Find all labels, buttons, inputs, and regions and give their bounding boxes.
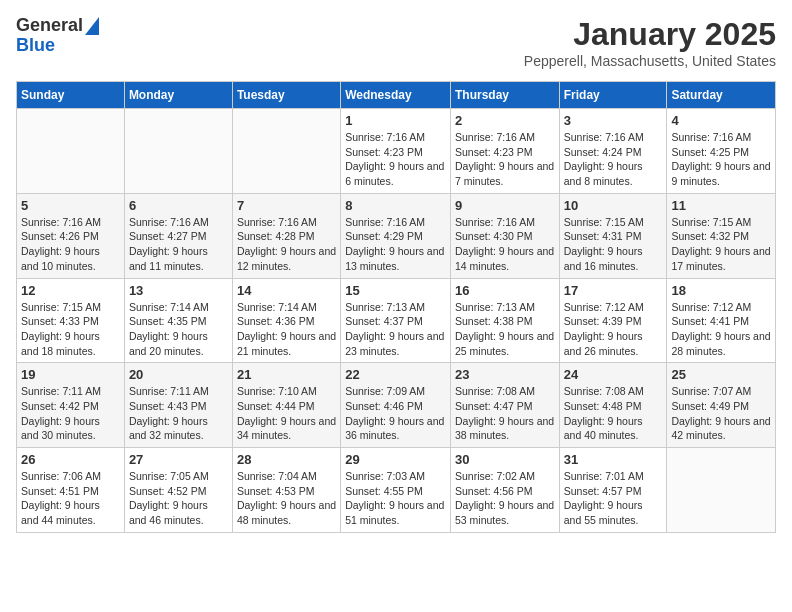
day-number: 30: [455, 452, 555, 467]
day-number: 24: [564, 367, 663, 382]
day-info: Sunrise: 7:16 AM Sunset: 4:28 PM Dayligh…: [237, 215, 336, 274]
calendar-cell: 4Sunrise: 7:16 AM Sunset: 4:25 PM Daylig…: [667, 109, 776, 194]
day-number: 23: [455, 367, 555, 382]
day-info: Sunrise: 7:09 AM Sunset: 4:46 PM Dayligh…: [345, 384, 446, 443]
day-info: Sunrise: 7:06 AM Sunset: 4:51 PM Dayligh…: [21, 469, 120, 528]
day-number: 20: [129, 367, 228, 382]
day-info: Sunrise: 7:15 AM Sunset: 4:31 PM Dayligh…: [564, 215, 663, 274]
day-number: 15: [345, 283, 446, 298]
page-header: General Blue January 2025 Pepperell, Mas…: [16, 16, 776, 69]
calendar-cell: [232, 109, 340, 194]
day-info: Sunrise: 7:16 AM Sunset: 4:27 PM Dayligh…: [129, 215, 228, 274]
day-info: Sunrise: 7:13 AM Sunset: 4:38 PM Dayligh…: [455, 300, 555, 359]
header-tuesday: Tuesday: [232, 82, 340, 109]
day-number: 25: [671, 367, 771, 382]
header-saturday: Saturday: [667, 82, 776, 109]
day-number: 7: [237, 198, 336, 213]
calendar-cell: 22Sunrise: 7:09 AM Sunset: 4:46 PM Dayli…: [341, 363, 451, 448]
calendar-week-row: 5Sunrise: 7:16 AM Sunset: 4:26 PM Daylig…: [17, 193, 776, 278]
day-number: 2: [455, 113, 555, 128]
calendar-cell: 26Sunrise: 7:06 AM Sunset: 4:51 PM Dayli…: [17, 448, 125, 533]
calendar-cell: 2Sunrise: 7:16 AM Sunset: 4:23 PM Daylig…: [450, 109, 559, 194]
day-info: Sunrise: 7:02 AM Sunset: 4:56 PM Dayligh…: [455, 469, 555, 528]
calendar-cell: 24Sunrise: 7:08 AM Sunset: 4:48 PM Dayli…: [559, 363, 667, 448]
logo-text-blue: Blue: [16, 36, 55, 56]
calendar-cell: 13Sunrise: 7:14 AM Sunset: 4:35 PM Dayli…: [124, 278, 232, 363]
day-info: Sunrise: 7:14 AM Sunset: 4:35 PM Dayligh…: [129, 300, 228, 359]
day-number: 18: [671, 283, 771, 298]
day-number: 14: [237, 283, 336, 298]
calendar-cell: 19Sunrise: 7:11 AM Sunset: 4:42 PM Dayli…: [17, 363, 125, 448]
calendar-cell: 11Sunrise: 7:15 AM Sunset: 4:32 PM Dayli…: [667, 193, 776, 278]
day-number: 4: [671, 113, 771, 128]
day-number: 27: [129, 452, 228, 467]
day-info: Sunrise: 7:08 AM Sunset: 4:47 PM Dayligh…: [455, 384, 555, 443]
calendar-cell: [124, 109, 232, 194]
calendar-week-row: 26Sunrise: 7:06 AM Sunset: 4:51 PM Dayli…: [17, 448, 776, 533]
day-info: Sunrise: 7:12 AM Sunset: 4:39 PM Dayligh…: [564, 300, 663, 359]
logo-text-general: General: [16, 16, 83, 36]
calendar-cell: 28Sunrise: 7:04 AM Sunset: 4:53 PM Dayli…: [232, 448, 340, 533]
day-number: 28: [237, 452, 336, 467]
title-block: January 2025 Pepperell, Massachusetts, U…: [524, 16, 776, 69]
calendar-cell: 6Sunrise: 7:16 AM Sunset: 4:27 PM Daylig…: [124, 193, 232, 278]
calendar-cell: 14Sunrise: 7:14 AM Sunset: 4:36 PM Dayli…: [232, 278, 340, 363]
calendar-cell: 27Sunrise: 7:05 AM Sunset: 4:52 PM Dayli…: [124, 448, 232, 533]
day-info: Sunrise: 7:12 AM Sunset: 4:41 PM Dayligh…: [671, 300, 771, 359]
day-number: 10: [564, 198, 663, 213]
day-number: 16: [455, 283, 555, 298]
calendar-cell: 5Sunrise: 7:16 AM Sunset: 4:26 PM Daylig…: [17, 193, 125, 278]
calendar-cell: 8Sunrise: 7:16 AM Sunset: 4:29 PM Daylig…: [341, 193, 451, 278]
day-info: Sunrise: 7:14 AM Sunset: 4:36 PM Dayligh…: [237, 300, 336, 359]
calendar-cell: 7Sunrise: 7:16 AM Sunset: 4:28 PM Daylig…: [232, 193, 340, 278]
day-info: Sunrise: 7:16 AM Sunset: 4:23 PM Dayligh…: [345, 130, 446, 189]
day-info: Sunrise: 7:16 AM Sunset: 4:26 PM Dayligh…: [21, 215, 120, 274]
day-number: 17: [564, 283, 663, 298]
calendar-body: 1Sunrise: 7:16 AM Sunset: 4:23 PM Daylig…: [17, 109, 776, 533]
day-info: Sunrise: 7:15 AM Sunset: 4:32 PM Dayligh…: [671, 215, 771, 274]
logo: General Blue: [16, 16, 99, 56]
header-monday: Monday: [124, 82, 232, 109]
calendar-cell: [17, 109, 125, 194]
day-info: Sunrise: 7:10 AM Sunset: 4:44 PM Dayligh…: [237, 384, 336, 443]
day-info: Sunrise: 7:01 AM Sunset: 4:57 PM Dayligh…: [564, 469, 663, 528]
day-info: Sunrise: 7:16 AM Sunset: 4:30 PM Dayligh…: [455, 215, 555, 274]
calendar-cell: 15Sunrise: 7:13 AM Sunset: 4:37 PM Dayli…: [341, 278, 451, 363]
logo-triangle-icon: [85, 17, 99, 35]
header-wednesday: Wednesday: [341, 82, 451, 109]
calendar-cell: 20Sunrise: 7:11 AM Sunset: 4:43 PM Dayli…: [124, 363, 232, 448]
day-info: Sunrise: 7:15 AM Sunset: 4:33 PM Dayligh…: [21, 300, 120, 359]
header-thursday: Thursday: [450, 82, 559, 109]
calendar-cell: 3Sunrise: 7:16 AM Sunset: 4:24 PM Daylig…: [559, 109, 667, 194]
day-info: Sunrise: 7:11 AM Sunset: 4:43 PM Dayligh…: [129, 384, 228, 443]
calendar-table: SundayMondayTuesdayWednesdayThursdayFrid…: [16, 81, 776, 533]
calendar-cell: 17Sunrise: 7:12 AM Sunset: 4:39 PM Dayli…: [559, 278, 667, 363]
day-info: Sunrise: 7:13 AM Sunset: 4:37 PM Dayligh…: [345, 300, 446, 359]
day-info: Sunrise: 7:07 AM Sunset: 4:49 PM Dayligh…: [671, 384, 771, 443]
calendar-cell: 31Sunrise: 7:01 AM Sunset: 4:57 PM Dayli…: [559, 448, 667, 533]
header-friday: Friday: [559, 82, 667, 109]
calendar-header-row: SundayMondayTuesdayWednesdayThursdayFrid…: [17, 82, 776, 109]
day-info: Sunrise: 7:03 AM Sunset: 4:55 PM Dayligh…: [345, 469, 446, 528]
day-number: 11: [671, 198, 771, 213]
day-number: 21: [237, 367, 336, 382]
day-number: 9: [455, 198, 555, 213]
calendar-week-row: 1Sunrise: 7:16 AM Sunset: 4:23 PM Daylig…: [17, 109, 776, 194]
calendar-cell: 18Sunrise: 7:12 AM Sunset: 4:41 PM Dayli…: [667, 278, 776, 363]
calendar-cell: 23Sunrise: 7:08 AM Sunset: 4:47 PM Dayli…: [450, 363, 559, 448]
calendar-cell: 30Sunrise: 7:02 AM Sunset: 4:56 PM Dayli…: [450, 448, 559, 533]
day-info: Sunrise: 7:16 AM Sunset: 4:25 PM Dayligh…: [671, 130, 771, 189]
day-number: 26: [21, 452, 120, 467]
day-number: 13: [129, 283, 228, 298]
page-title: January 2025: [524, 16, 776, 53]
calendar-cell: 10Sunrise: 7:15 AM Sunset: 4:31 PM Dayli…: [559, 193, 667, 278]
day-number: 29: [345, 452, 446, 467]
day-number: 1: [345, 113, 446, 128]
calendar-cell: 9Sunrise: 7:16 AM Sunset: 4:30 PM Daylig…: [450, 193, 559, 278]
day-info: Sunrise: 7:16 AM Sunset: 4:24 PM Dayligh…: [564, 130, 663, 189]
day-info: Sunrise: 7:16 AM Sunset: 4:29 PM Dayligh…: [345, 215, 446, 274]
day-info: Sunrise: 7:04 AM Sunset: 4:53 PM Dayligh…: [237, 469, 336, 528]
day-number: 5: [21, 198, 120, 213]
calendar-cell: 12Sunrise: 7:15 AM Sunset: 4:33 PM Dayli…: [17, 278, 125, 363]
calendar-cell: 25Sunrise: 7:07 AM Sunset: 4:49 PM Dayli…: [667, 363, 776, 448]
